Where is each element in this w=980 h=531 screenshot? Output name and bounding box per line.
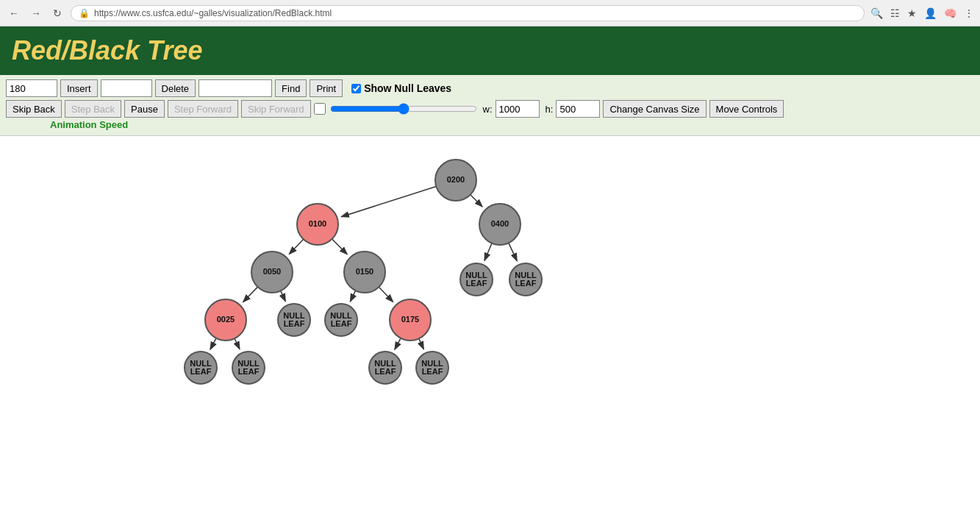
tree-svg: 02000100040000500150NULLLEAFNULLLEAF0025… [0,136,980,531]
find-input[interactable] [198,79,272,97]
h-label: h: [546,104,554,115]
svg-text:LEAF: LEAF [284,319,305,328]
step-back-button[interactable]: Step Back [65,100,121,118]
show-null-label: Show Null Leaves [351,82,451,94]
svg-line-5 [484,243,492,260]
url-text: https://www.cs.usfca.edu/~galles/visuali… [94,8,332,18]
forward-button[interactable]: → [28,6,44,21]
app-title: Red/Black Tree [12,35,968,66]
svg-text:0100: 0100 [309,219,326,228]
zoom-icon[interactable]: 🔍 [870,7,883,19]
svg-text:LEAF: LEAF [190,367,212,376]
speed-checkbox[interactable] [314,103,326,115]
controls-row2: Skip Back Step Back Pause Step Forward S… [6,100,974,118]
app-header: Red/Black Tree [0,26,980,75]
svg-text:LEAF: LEAF [515,279,537,288]
w-label: w: [483,104,493,115]
extensions-icon[interactable]: 🧠 [944,7,956,19]
svg-text:0050: 0050 [263,267,281,276]
controls-area: Insert Delete Find Print Show Null Leave… [0,75,980,136]
svg-text:LEAF: LEAF [466,279,487,288]
svg-line-14 [419,338,424,349]
controls-row1: Insert Delete Find Print Show Null Leave… [6,79,974,97]
svg-text:LEAF: LEAF [238,367,260,376]
svg-line-4 [332,239,348,254]
speed-container [314,103,477,115]
svg-text:0200: 0200 [447,175,465,184]
svg-text:LEAF: LEAF [375,367,396,376]
insert-button[interactable]: Insert [60,79,98,97]
find-button[interactable]: Find [275,79,307,97]
canvas-area: 02000100040000500150NULLLEAFNULLLEAF0025… [0,136,980,531]
menu-icon[interactable]: ⋮ [964,7,974,19]
url-bar[interactable]: 🔒 https://www.cs.usfca.edu/~galles/visua… [71,5,865,21]
svg-line-1 [341,187,436,217]
print-button[interactable]: Print [310,79,343,97]
height-input[interactable] [556,100,600,118]
delete-input[interactable] [101,79,152,97]
insert-input[interactable] [6,79,57,97]
browser-icons: 🔍 ☷ ★ 👤 🧠 ⋮ [870,7,974,19]
back-button[interactable]: ← [6,6,22,21]
svg-line-12 [235,338,240,349]
svg-text:0175: 0175 [401,315,419,324]
svg-text:0025: 0025 [217,315,235,324]
svg-text:LEAF: LEAF [422,367,443,376]
step-forward-button[interactable]: Step Forward [168,100,238,118]
svg-line-2 [471,195,482,207]
reload-button[interactable]: ↻ [50,6,65,21]
bookmark-icon[interactable]: ★ [907,7,917,19]
svg-line-6 [509,243,517,260]
svg-line-3 [289,239,303,254]
animation-speed-label-row: Animation Speed [6,118,974,131]
change-canvas-button[interactable]: Change Canvas Size [603,100,706,118]
pause-button[interactable]: Pause [124,100,165,118]
delete-button[interactable]: Delete [155,79,196,97]
animation-speed-label: Animation Speed [50,119,128,130]
svg-line-10 [379,287,393,302]
svg-text:0150: 0150 [356,267,373,276]
svg-line-11 [210,338,216,349]
svg-line-13 [395,338,401,349]
speed-slider[interactable] [330,103,477,115]
skip-back-button[interactable]: Skip Back [6,100,62,118]
svg-text:LEAF: LEAF [331,319,352,328]
svg-line-9 [350,291,355,302]
lock-icon: 🔒 [79,8,90,18]
skip-forward-button[interactable]: Skip Forward [241,100,311,118]
width-input[interactable] [496,100,540,118]
show-null-checkbox[interactable] [351,84,361,93]
svg-line-8 [281,291,286,301]
profile-icon[interactable]: 👤 [924,7,937,19]
svg-text:0400: 0400 [491,219,509,228]
browser-chrome: ← → ↻ 🔒 https://www.cs.usfca.edu/~galles… [0,0,980,26]
svg-line-7 [243,287,258,302]
reader-icon[interactable]: ☷ [890,7,900,19]
move-controls-button[interactable]: Move Controls [709,100,784,118]
